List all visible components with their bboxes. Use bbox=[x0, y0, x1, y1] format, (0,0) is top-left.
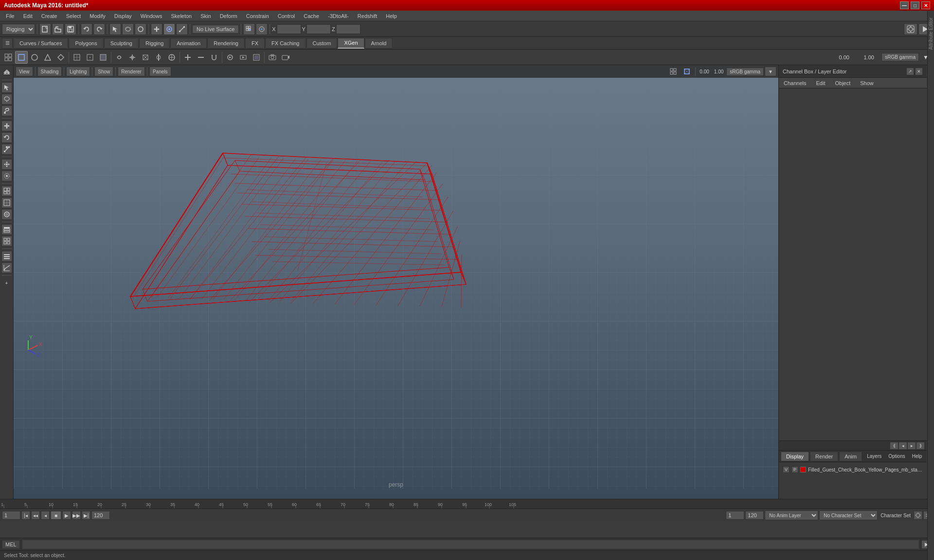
menu-select[interactable]: Select bbox=[62, 12, 85, 20]
menu-deform[interactable]: Deform bbox=[216, 12, 241, 20]
tab-fx[interactable]: FX bbox=[245, 38, 265, 49]
tab-xgen[interactable]: XGen bbox=[338, 38, 364, 49]
timeline-settings-btn[interactable] bbox=[914, 511, 922, 520]
lighting-menu-btn[interactable]: Lighting bbox=[66, 67, 90, 76]
vp-icon-wireframe[interactable] bbox=[681, 67, 693, 76]
layer-options-help[interactable]: Help bbox=[909, 453, 925, 460]
panel-float-btn[interactable]: ↗ bbox=[906, 68, 914, 75]
x-input[interactable] bbox=[277, 24, 301, 34]
no-live-surface-btn[interactable]: No Live Surface bbox=[192, 25, 239, 34]
rotate-btn[interactable] bbox=[1, 132, 12, 143]
select-tool-btn[interactable] bbox=[109, 23, 121, 35]
menu-skeleton[interactable]: Skeleton bbox=[167, 12, 196, 20]
channel-tab-object[interactable]: Object bbox=[830, 79, 855, 88]
universal-manip-btn[interactable] bbox=[1, 159, 12, 170]
layer-btn[interactable] bbox=[1, 224, 12, 235]
isolate-btn[interactable] bbox=[1, 209, 12, 220]
vp-icon-grid[interactable] bbox=[667, 67, 680, 76]
timeline-range-end[interactable] bbox=[745, 511, 764, 520]
prev-frame-btn[interactable]: |◂ bbox=[21, 511, 30, 520]
timeline-end-input[interactable] bbox=[91, 511, 110, 520]
menu-help[interactable]: Help bbox=[382, 12, 401, 20]
maximize-button[interactable]: □ bbox=[911, 1, 919, 9]
select-btn[interactable] bbox=[1, 82, 12, 93]
small-icon2[interactable] bbox=[15, 51, 28, 64]
gamma-display[interactable]: sRGB gamma bbox=[881, 53, 919, 61]
layer-options-layers[interactable]: Layers bbox=[864, 453, 884, 460]
menu-skin[interactable]: Skin bbox=[197, 12, 215, 20]
snap-icon2[interactable] bbox=[126, 51, 139, 64]
nav-last-btn[interactable]: ⟫ bbox=[916, 442, 925, 450]
extra-btn[interactable]: + bbox=[1, 278, 12, 288]
nav-next-btn[interactable]: ▸ bbox=[907, 442, 916, 450]
move-btn[interactable] bbox=[1, 121, 12, 131]
menu-3dtall[interactable]: -3DtoAll- bbox=[324, 12, 353, 20]
snap-icon1[interactable] bbox=[113, 51, 126, 64]
play-back-btn[interactable]: ◂ bbox=[41, 511, 50, 520]
snap-icon5[interactable] bbox=[165, 51, 178, 64]
layer-tab-display[interactable]: Display bbox=[781, 452, 809, 461]
sidebar-arrow-btn[interactable] bbox=[1, 67, 12, 78]
new-scene-btn[interactable] bbox=[39, 23, 51, 35]
soft-select-btn[interactable] bbox=[1, 171, 12, 181]
play-forward-btn[interactable]: ▶ bbox=[62, 511, 71, 520]
snap-icon4[interactable] bbox=[152, 51, 165, 64]
layer-tab-anim[interactable]: Anim bbox=[839, 452, 862, 461]
timeline-start-input[interactable] bbox=[2, 511, 20, 520]
small-icon5[interactable] bbox=[54, 51, 67, 64]
nav-prev-btn[interactable]: ◂ bbox=[898, 442, 907, 450]
render-icon3[interactable] bbox=[250, 51, 263, 64]
menu-cache[interactable]: Cache bbox=[300, 12, 323, 20]
view-menu-btn[interactable]: View bbox=[16, 67, 33, 76]
vp-gamma-arrow[interactable]: ▼ bbox=[765, 67, 776, 76]
tab-rigging[interactable]: Rigging bbox=[139, 38, 170, 49]
menu-create[interactable]: Create bbox=[37, 12, 61, 20]
y-input[interactable] bbox=[306, 24, 331, 34]
tab-animation[interactable]: Animation bbox=[170, 38, 207, 49]
redo-btn[interactable] bbox=[93, 23, 105, 35]
scale-tool-btn[interactable] bbox=[176, 23, 188, 35]
timeline-range-start[interactable] bbox=[726, 511, 744, 520]
layer-v-btn[interactable]: V bbox=[783, 466, 790, 473]
move-tool-btn[interactable] bbox=[151, 23, 162, 35]
minus-icon[interactable] bbox=[195, 51, 207, 64]
layer-options-options[interactable]: Options bbox=[885, 453, 908, 460]
menu-redshift[interactable]: Redshift bbox=[354, 12, 381, 20]
panels-menu-btn[interactable]: Panels bbox=[149, 67, 171, 76]
render-icon2[interactable] bbox=[237, 51, 250, 64]
nav-first-btn[interactable]: ⟪ bbox=[890, 442, 898, 450]
camera-icon2[interactable] bbox=[279, 51, 292, 64]
renderer-menu-btn[interactable]: Renderer bbox=[118, 67, 145, 76]
minimize-button[interactable]: — bbox=[900, 1, 909, 9]
tab-custom[interactable]: Custom bbox=[306, 38, 338, 49]
channel-tab-channels[interactable]: Channels bbox=[779, 79, 811, 88]
channel-tab-show[interactable]: Show bbox=[855, 79, 879, 88]
menu-file[interactable]: File bbox=[2, 12, 18, 20]
tab-curves-surfaces[interactable]: Curves / Surfaces bbox=[13, 38, 68, 49]
poly-icon3[interactable] bbox=[97, 51, 109, 64]
render-icon1[interactable] bbox=[224, 51, 236, 64]
menu-control[interactable]: Control bbox=[274, 12, 299, 20]
menu-windows[interactable]: Windows bbox=[137, 12, 166, 20]
poly-icon1[interactable] bbox=[71, 51, 83, 64]
paint-select-btn[interactable] bbox=[135, 23, 146, 35]
prev-key-btn[interactable]: ◂◂ bbox=[31, 511, 40, 520]
poly-icon2[interactable] bbox=[84, 51, 96, 64]
stop-btn[interactable]: ■ bbox=[51, 511, 61, 520]
snap-grid-btn[interactable] bbox=[243, 23, 255, 35]
render-settings-btn[interactable] bbox=[904, 23, 917, 35]
tab-arnold[interactable]: Arnold bbox=[365, 38, 393, 49]
plus-icon[interactable] bbox=[181, 51, 194, 64]
magnet-icon[interactable] bbox=[208, 51, 220, 64]
tab-polygons[interactable]: Polygons bbox=[69, 38, 103, 49]
menu-constrain[interactable]: Constrain bbox=[242, 12, 273, 20]
mel-input[interactable] bbox=[22, 540, 919, 549]
next-frame-btn[interactable]: ▶| bbox=[82, 511, 90, 520]
lasso-select-btn[interactable] bbox=[122, 23, 134, 35]
rotate-tool-btn[interactable] bbox=[163, 23, 175, 35]
undo-btn[interactable] bbox=[81, 23, 92, 35]
menu-edit[interactable]: Edit bbox=[19, 12, 36, 20]
lasso-btn[interactable] bbox=[1, 94, 12, 105]
tab-rendering[interactable]: Rendering bbox=[207, 38, 245, 49]
small-icon3[interactable] bbox=[28, 51, 41, 64]
